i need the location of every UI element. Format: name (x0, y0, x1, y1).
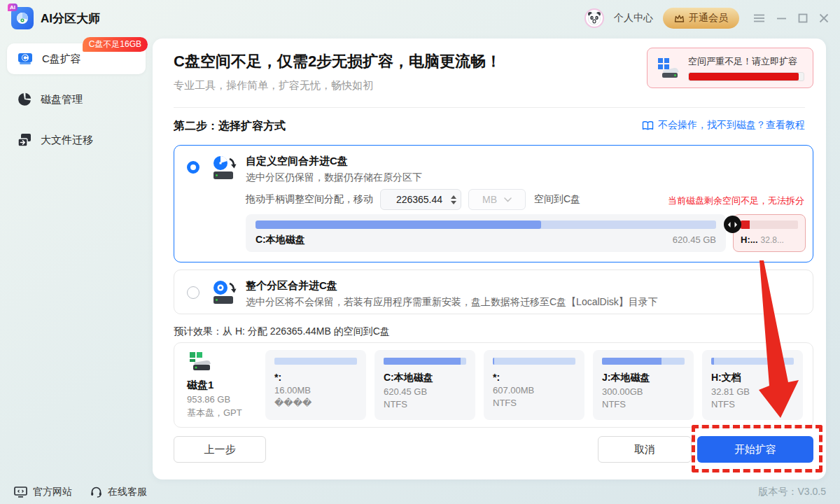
option-whole-partition-merge[interactable]: 整个分区合并进C盘 选中分区将不会保留，若装有应用程序需重新安装，盘上数据将迁移… (174, 270, 813, 314)
minimize-icon[interactable] (776, 13, 787, 23)
close-icon[interactable] (819, 13, 829, 23)
monitor-icon (14, 486, 27, 498)
step-title: 第二步：选择扩容方式 (174, 119, 286, 134)
partition-card[interactable]: J:本地磁盘 300.00GB NTFS (593, 350, 694, 420)
h-drive-segment: H:... 32.8... (733, 214, 806, 252)
disk-name: 磁盘1 (187, 379, 257, 392)
sidebar-item-c-drive-expand[interactable]: C盘扩容 C盘不足16GB (7, 43, 146, 74)
expected-result-text: 预计效果：从 H: 分配 226365.44MB 的空间到C盘 (174, 326, 390, 338)
partition-fs: NTFS (384, 399, 466, 410)
version-text: 版本号：V3.0.5 (759, 486, 826, 498)
partition-size: 32.81 GB (711, 386, 794, 397)
c-drive-icon (17, 51, 34, 66)
disk-icon (187, 351, 214, 372)
amount-stepper[interactable] (451, 195, 456, 204)
headset-icon (90, 486, 102, 498)
split-warning-text: 当前磁盘剩余空间不足，无法拆分 (668, 195, 804, 207)
alert-text: 空间严重不足！请立即扩容 (688, 55, 804, 68)
sidebar-item-large-file-migration[interactable]: 大文件迁移 (7, 125, 146, 155)
crown-icon (674, 14, 685, 23)
c-drive-segment: C:本地磁盘 620.45 GB (246, 214, 726, 252)
partition-card[interactable]: *: 16.00MB ���� (265, 350, 366, 420)
resize-arrows-icon (727, 221, 738, 228)
tutorial-link[interactable]: 不会操作，找不到磁盘？查看教程 (642, 119, 805, 132)
online-support-text: 在线客服 (108, 486, 147, 498)
app-logo-icon: AI (11, 7, 34, 29)
sidebar-item-label: C盘扩容 (42, 52, 81, 66)
partition-label: H:文档 (711, 372, 794, 384)
space-alert-banner: 空间严重不足！请立即扩容 (647, 48, 813, 88)
maximize-icon[interactable] (798, 13, 808, 23)
user-avatar[interactable] (584, 8, 604, 28)
menu-icon[interactable] (753, 13, 765, 23)
partition-label: C:本地磁盘 (384, 372, 466, 384)
cancel-button[interactable]: 取消 (598, 436, 692, 463)
whole-merge-icon (211, 279, 240, 306)
partition-usage-fill (384, 358, 461, 365)
file-migration-icon (17, 132, 32, 148)
sidebar-item-disk-management[interactable]: 磁盘管理 (7, 84, 146, 115)
partition-fs: ���� (274, 398, 357, 408)
partition-size: 607.00MB (493, 385, 575, 396)
unit-select[interactable]: MB (468, 189, 526, 210)
online-support-link[interactable]: 在线客服 (90, 486, 147, 498)
sidebar-item-label: 大文件迁移 (41, 134, 93, 147)
h-drive-label: H:... (741, 234, 758, 245)
partition-card[interactable]: C:本地磁盘 620.45 GB NTFS (374, 350, 475, 420)
drag-handle[interactable] (724, 216, 741, 233)
partition-card[interactable]: *: 607.00MB NTFS (484, 350, 584, 420)
book-icon (642, 120, 654, 131)
vip-upgrade-button[interactable]: 开通会员 (663, 8, 739, 29)
alert-progress-fill (689, 73, 799, 80)
partition-usage-track (711, 358, 794, 365)
partition-fs: NTFS (493, 398, 575, 408)
option-title: 自定义空间合并进C盘 (246, 155, 348, 168)
start-expand-button[interactable]: 开始扩容 (697, 436, 813, 463)
radio-custom-merge[interactable] (187, 161, 200, 174)
partition-label: *: (493, 372, 575, 383)
app-title: AI分区大师 (41, 10, 100, 27)
c-drive-usage-fill (255, 220, 541, 229)
main-panel: C盘空间不足，仅需2步无损扩容，电脑更流畅！ 专业工具，操作简单，扩容无忧，畅快… (153, 38, 826, 479)
official-website-link[interactable]: 官方网站 (14, 486, 72, 498)
previous-step-button[interactable]: 上一步 (174, 436, 266, 463)
option-title: 整个分区合并进C盘 (246, 279, 337, 293)
partition-size: 16.00MB (274, 385, 357, 396)
partition-size: 300.00GB (602, 386, 685, 397)
partition-usage-fill (602, 358, 662, 365)
disk-size: 953.86 GB (187, 394, 257, 405)
partition-size: 620.45 GB (384, 386, 466, 397)
disk-management-icon (17, 92, 32, 107)
partition-usage-fill (493, 358, 494, 365)
disk-overview-panel: 磁盘1 953.86 GB 基本盘，GPT *: 16.00MB ���� C:… (174, 342, 813, 428)
page-title: C盘空间不足，仅需2步无损扩容，电脑更流畅！ (174, 51, 501, 72)
alert-disk-icon (656, 57, 681, 79)
h-drive-size: 32.8... (761, 235, 784, 245)
tutorial-link-text: 不会操作，找不到磁盘？查看教程 (658, 119, 805, 132)
divider (174, 107, 805, 108)
stepper-down-icon[interactable] (451, 201, 456, 204)
adjust-row: 拖动手柄调整空间分配，移动 MB 空间到C盘 (246, 189, 580, 210)
c-drive-label: C:本地磁盘 (255, 234, 305, 246)
page-subtitle: 专业工具，操作简单，扩容无忧，畅快如初 (174, 79, 373, 92)
footer-bar: 官方网站 在线客服 版本号：V3.0.5 (0, 480, 840, 504)
disk-info: 磁盘1 953.86 GB 基本盘，GPT (184, 351, 257, 419)
space-split-bar: C:本地磁盘 620.45 GB H:... 32.8... (246, 214, 806, 252)
h-drive-usage-track (741, 220, 798, 229)
radio-whole-partition[interactable] (187, 286, 200, 299)
partition-usage-track (384, 358, 466, 365)
amount-input[interactable] (388, 193, 451, 206)
partition-card[interactable]: H:文档 32.81 GB NTFS (702, 350, 803, 420)
amount-input-box[interactable] (380, 189, 461, 210)
pie-logo-icon (15, 11, 29, 25)
c-drive-low-space-badge: C盘不足16GB (83, 37, 148, 52)
adjust-suffix: 空间到C盘 (534, 193, 580, 206)
user-center-link[interactable]: 个人中心 (614, 12, 653, 24)
partition-usage-fill (711, 358, 714, 365)
unit-value: MB (482, 194, 497, 205)
custom-merge-icon (211, 155, 240, 181)
c-drive-usage-track (255, 220, 716, 229)
c-drive-size: 620.45 GB (673, 234, 716, 245)
stepper-up-icon[interactable] (451, 195, 456, 199)
option-custom-merge[interactable]: 自定义空间合并进C盘 选中分区仍保留，数据仍存储在原分区下 拖动手柄调整空间分配… (174, 145, 813, 262)
